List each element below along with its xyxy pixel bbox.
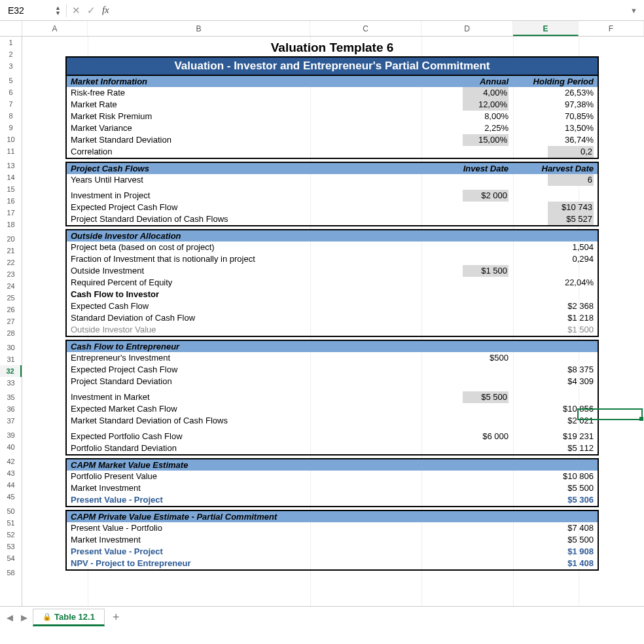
column-header[interactable]: D — [421, 21, 513, 36]
data-row[interactable]: Standard Deviation of Cash Flow$1 218 — [67, 312, 598, 324]
cell-stepper[interactable]: ▲ ▼ — [55, 5, 61, 16]
row-header[interactable]: 15 — [0, 183, 22, 195]
row-header[interactable]: 9 — [0, 122, 22, 134]
data-row[interactable]: Investment in Project$2 000 — [67, 190, 598, 202]
data-row[interactable]: Required Percent of Equity22,04% — [67, 277, 598, 289]
data-row[interactable]: Expected Project Cash Flow$10 743 — [67, 202, 598, 213]
collapse-icon[interactable]: ▼ — [630, 7, 640, 14]
data-row[interactable]: Portfolio Present Value$10 806 — [67, 471, 598, 482]
row-header[interactable]: 27 — [0, 315, 22, 327]
active-cell-selection[interactable] — [577, 408, 643, 420]
row-header[interactable]: 13 — [0, 160, 22, 171]
data-row[interactable]: Market Investment$5 500 — [67, 534, 598, 546]
column-header[interactable]: B — [88, 21, 310, 36]
data-row[interactable]: Project Standard Deviation of Cash Flows… — [67, 213, 598, 225]
fx-icon[interactable]: fx — [102, 5, 109, 16]
row-header[interactable]: 31 — [0, 353, 22, 365]
data-row[interactable]: Market Investment$5 500 — [67, 482, 598, 494]
data-row[interactable]: Project Standard Deviation$4 309 — [67, 376, 598, 387]
row-header[interactable]: 10 — [0, 134, 22, 145]
row-value-1 — [423, 494, 509, 506]
data-row[interactable]: Market Standard Deviation15,00%36,74% — [67, 134, 598, 146]
row-header[interactable]: 50 — [0, 505, 22, 517]
cancel-icon[interactable]: ✕ — [72, 5, 80, 16]
row-header[interactable]: 26 — [0, 304, 22, 315]
row-header[interactable]: 39 — [0, 429, 22, 441]
data-row[interactable]: Fraction of Investment that is notionall… — [67, 253, 598, 265]
row-header[interactable]: 32 — [0, 365, 22, 377]
row-header[interactable]: 8 — [0, 110, 22, 122]
sheet-tab[interactable]: 🔒 Table 12.1 — [33, 609, 105, 626]
row-header[interactable]: 17 — [0, 207, 22, 219]
data-row[interactable]: Present Value - Project$1 908 — [67, 546, 598, 558]
row-header[interactable]: 11 — [0, 145, 22, 157]
stepper-down-icon[interactable]: ▼ — [55, 10, 61, 16]
data-row[interactable]: Entrepreneur's Investment$500 — [67, 352, 598, 364]
column-header[interactable]: E — [513, 21, 579, 36]
row-header[interactable]: 33 — [0, 377, 22, 389]
row-header[interactable]: 2 — [0, 48, 22, 60]
row-header[interactable]: 20 — [0, 233, 22, 245]
row-header[interactable]: 25 — [0, 292, 22, 304]
data-row[interactable]: Present Value - Project$5 306 — [67, 494, 598, 506]
row-header[interactable]: 30 — [0, 342, 22, 353]
column-header[interactable]: A — [22, 21, 88, 36]
row-header[interactable]: 43 — [0, 467, 22, 479]
column-header[interactable]: C — [310, 21, 421, 36]
row-header[interactable]: 22 — [0, 257, 22, 268]
data-row[interactable]: Investment in Market$5 500 — [67, 391, 598, 403]
data-row[interactable]: Correlation0,2 — [67, 146, 598, 158]
row-header[interactable]: 5 — [0, 75, 22, 86]
data-row[interactable]: Cash Flow to Investor — [67, 289, 598, 300]
column-header[interactable]: F — [579, 21, 644, 36]
data-row[interactable]: NPV - Project to Entrepreneur$1 408 — [67, 558, 598, 569]
data-row[interactable]: Expected Portfolio Cash Flow$6 000$19 23… — [67, 431, 598, 442]
fill-handle[interactable] — [639, 417, 643, 421]
row-header[interactable]: 1 — [0, 37, 22, 48]
data-row[interactable]: Market Standard Deviation of Cash Flows$… — [67, 415, 598, 427]
row-header[interactable]: 14 — [0, 171, 22, 183]
row-header[interactable]: 21 — [0, 245, 22, 257]
row-header[interactable]: 40 — [0, 441, 22, 453]
data-row[interactable]: Market Rate12,00%97,38% — [67, 99, 598, 111]
row-header[interactable]: 6 — [0, 86, 22, 98]
row-header[interactable]: 52 — [0, 529, 22, 541]
data-row[interactable]: Outside Investor Value$1 500 — [67, 324, 598, 336]
accept-icon[interactable]: ✓ — [87, 5, 96, 16]
row-header[interactable]: 3 — [0, 60, 22, 72]
data-row[interactable]: Outside Investment$1 500 — [67, 265, 598, 277]
row-header[interactable]: 51 — [0, 517, 22, 529]
row-header[interactable]: 37 — [0, 415, 22, 427]
row-header[interactable]: 28 — [0, 327, 22, 339]
data-row[interactable]: Risk-free Rate4,00%26,53% — [67, 87, 598, 99]
row-header[interactable]: 35 — [0, 391, 22, 403]
row-header[interactable]: 54 — [0, 552, 22, 564]
row-header[interactable]: 18 — [0, 219, 22, 230]
tab-prev-icon[interactable]: ◀ — [4, 613, 16, 622]
data-row[interactable]: Present Value - Portfolio$7 408 — [67, 522, 598, 534]
row-header[interactable]: 58 — [0, 567, 22, 579]
data-row[interactable]: Market Risk Premium8,00%70,85% — [67, 111, 598, 122]
row-header[interactable]: 53 — [0, 541, 22, 552]
add-sheet-icon[interactable]: + — [107, 611, 125, 624]
row-header[interactable]: 42 — [0, 456, 22, 467]
data-row[interactable]: Years Until Harvest6 — [67, 174, 598, 186]
data-row[interactable]: Expected Market Cash Flow$10 856 — [67, 403, 598, 415]
data-row[interactable]: Market Variance2,25%13,50% — [67, 122, 598, 134]
row-header[interactable]: 24 — [0, 280, 22, 292]
row-header[interactable]: 7 — [0, 98, 22, 110]
cell-reference[interactable]: E32 — [4, 5, 50, 16]
tab-next-icon[interactable]: ▶ — [18, 613, 30, 622]
data-row[interactable]: Project beta (based on cost of project)1… — [67, 241, 598, 253]
row-label: Project beta (based on cost of project) — [71, 241, 423, 253]
data-row[interactable]: Expected Project Cash Flow$8 375 — [67, 364, 598, 376]
data-row[interactable]: Expected Cash Flow$2 368 — [67, 300, 598, 312]
row-header[interactable]: 23 — [0, 268, 22, 280]
row-header[interactable]: 45 — [0, 491, 22, 503]
row-header[interactable]: 44 — [0, 479, 22, 491]
grid-area[interactable]: Valuation Template 6 Valuation - Investo… — [22, 37, 644, 606]
data-row[interactable]: Portfolio Standard Deviation$5 112 — [67, 442, 598, 454]
row-header[interactable]: 16 — [0, 195, 22, 207]
select-all-corner[interactable] — [0, 21, 22, 36]
row-header[interactable]: 36 — [0, 403, 22, 415]
